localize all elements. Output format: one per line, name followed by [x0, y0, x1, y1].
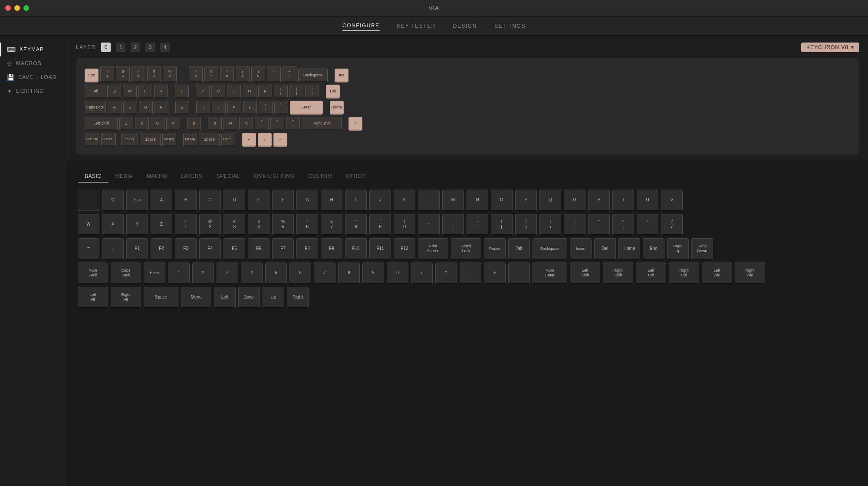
panel-key-f8[interactable]: F8 — [296, 238, 318, 260]
key-2[interactable]: @2 — [116, 66, 130, 82]
panel-key-g[interactable]: G — [296, 190, 318, 211]
panel-key-num8[interactable]: 8 — [338, 263, 360, 284]
key-q[interactable]: Q — [107, 85, 121, 99]
panel-key-num1[interactable]: 1 — [168, 263, 190, 284]
panel-key-x[interactable]: X — [102, 214, 124, 236]
key-f[interactable]: F — [155, 101, 168, 115]
panel-key-lwin[interactable]: LeftWin — [702, 263, 732, 284]
panel-key-enter[interactable]: Enter — [144, 263, 165, 284]
panel-key-insert[interactable]: Insert — [570, 238, 592, 260]
key-slash[interactable]: ?/ — [286, 117, 300, 131]
panel-nav-other[interactable]: OTHER — [339, 171, 372, 183]
key-s[interactable]: S — [123, 101, 137, 115]
panel-key-tilde[interactable]: ~` — [467, 214, 488, 236]
key-up[interactable]: ↑ — [349, 117, 362, 131]
key-space-l[interactable]: Space — [140, 133, 161, 147]
panel-key-q[interactable]: Q — [539, 190, 561, 211]
panel-key-9[interactable]: (9 — [369, 214, 391, 236]
layer-btn-2[interactable]: 2 — [131, 43, 140, 52]
panel-nav-macro[interactable]: MACRO — [140, 171, 174, 183]
panel-key-num9[interactable]: 9 — [362, 263, 384, 284]
key-8[interactable]: *8 — [220, 66, 234, 82]
key-6[interactable]: ^6 — [189, 66, 203, 82]
panel-key-f[interactable]: F — [272, 190, 294, 211]
panel-key-tab[interactable]: Tab — [508, 238, 530, 260]
panel-key-6[interactable]: ^6 — [296, 214, 318, 236]
key-del[interactable]: Del — [326, 85, 340, 99]
panel-key-f6[interactable]: F6 — [248, 238, 270, 260]
key-9[interactable]: (9 — [236, 66, 250, 82]
panel-key-num3[interactable]: 3 — [217, 263, 238, 284]
panel-key-numplus[interactable]: + — [484, 263, 506, 284]
key-lmeta[interactable]: Left Co... — [121, 133, 138, 147]
key-equals[interactable]: += — [283, 66, 296, 82]
key-b-left[interactable]: B — [187, 117, 201, 131]
minimize-button[interactable] — [14, 5, 20, 11]
panel-key-pagedown[interactable]: PageDown — [691, 238, 713, 260]
key-lbracket[interactable]: {[ — [274, 85, 288, 99]
panel-nav-custom[interactable]: CUSTOM — [301, 171, 339, 183]
panel-key-numslash[interactable]: / — [411, 263, 433, 284]
key-comma[interactable]: <, — [255, 117, 269, 131]
panel-key-f3[interactable]: F3 — [175, 238, 197, 260]
panel-key-l[interactable]: L — [418, 190, 440, 211]
panel-key-7[interactable]: &7 — [321, 214, 342, 236]
key-lctrl[interactable]: Left Ctrl — [85, 133, 99, 147]
panel-key-eq[interactable]: = — [78, 238, 99, 260]
panel-key-lt[interactable]: <, — [612, 214, 634, 236]
close-button[interactable] — [5, 5, 11, 11]
panel-key-m[interactable]: M — [442, 190, 464, 211]
key-quote[interactable]: "' — [274, 101, 288, 115]
layer-btn-4[interactable]: 4 — [160, 43, 170, 52]
panel-key-pageup[interactable]: PageUp — [667, 238, 689, 260]
panel-key-rwin[interactable]: RightWin — [735, 263, 765, 284]
key-t[interactable]: T — [175, 85, 189, 99]
key-h[interactable]: H — [196, 101, 210, 115]
panel-key-5[interactable]: %5 — [272, 214, 294, 236]
key-lalt[interactable]: Left O... — [101, 133, 116, 147]
layer-btn-3[interactable]: 3 — [145, 43, 155, 52]
panel-key-u[interactable]: U — [637, 190, 658, 211]
sidebar-item-keymap[interactable]: ⌨ KEYMAP — [0, 43, 67, 56]
panel-key-lalt[interactable]: LeftAlt — [78, 287, 108, 309]
panel-key-up[interactable]: Up — [263, 287, 284, 309]
panel-key-ralt[interactable]: RightAlt — [111, 287, 141, 309]
panel-key-numenter[interactable]: NumEnter — [533, 263, 567, 284]
panel-key-r[interactable]: R — [564, 190, 585, 211]
key-backslash[interactable]: |\ — [305, 85, 319, 99]
key-d[interactable]: D — [139, 101, 153, 115]
panel-key-num7[interactable]: 7 — [314, 263, 335, 284]
key-rshift[interactable]: Right Shift — [302, 117, 342, 131]
panel-key-del[interactable]: Del — [594, 238, 616, 260]
panel-key-i[interactable]: I — [345, 190, 367, 211]
key-home[interactable]: Home — [330, 101, 344, 115]
key-k[interactable]: K — [227, 101, 241, 115]
panel-key-w[interactable]: W — [78, 214, 99, 236]
key-ralt[interactable]: Righ... — [221, 133, 235, 147]
panel-key-o[interactable]: O — [491, 190, 513, 211]
key-y[interactable]: Y — [196, 85, 210, 99]
panel-nav-qmk-lighting[interactable]: QMK LIGHTING — [247, 171, 301, 183]
panel-key-1[interactable]: !1 — [175, 214, 197, 236]
panel-key-pause[interactable]: Pause — [484, 238, 506, 260]
panel-key-b[interactable]: B — [175, 190, 197, 211]
key-mo2[interactable]: MO(2) — [162, 133, 176, 147]
panel-key-num6[interactable]: 6 — [289, 263, 311, 284]
panel-key-lshift[interactable]: LeftShift — [570, 263, 600, 284]
panel-key-home[interactable]: Home — [618, 238, 640, 260]
panel-key-0[interactable]: )0 — [394, 214, 415, 236]
panel-key-f10[interactable]: F10 — [345, 238, 367, 260]
nav-settings[interactable]: SETTINGS — [494, 21, 526, 31]
key-semicolon[interactable]: :; — [259, 101, 273, 115]
panel-key-backslash[interactable]: |\ — [539, 214, 561, 236]
key-lshift[interactable]: Left Shift — [85, 117, 118, 131]
panel-key-space[interactable]: Space — [144, 287, 178, 309]
key-w[interactable]: W — [123, 85, 137, 99]
panel-key-f1[interactable]: F1 — [126, 238, 148, 260]
panel-key-f12[interactable]: F12 — [394, 238, 415, 260]
panel-key-c[interactable]: C — [199, 190, 221, 211]
panel-nav-basic[interactable]: BASIC — [78, 171, 108, 183]
key-capslock[interactable]: Caps Lock — [85, 101, 106, 115]
panel-key-num0[interactable]: 0 — [387, 263, 408, 284]
panel-key-qmark[interactable]: ?/ — [661, 214, 683, 236]
